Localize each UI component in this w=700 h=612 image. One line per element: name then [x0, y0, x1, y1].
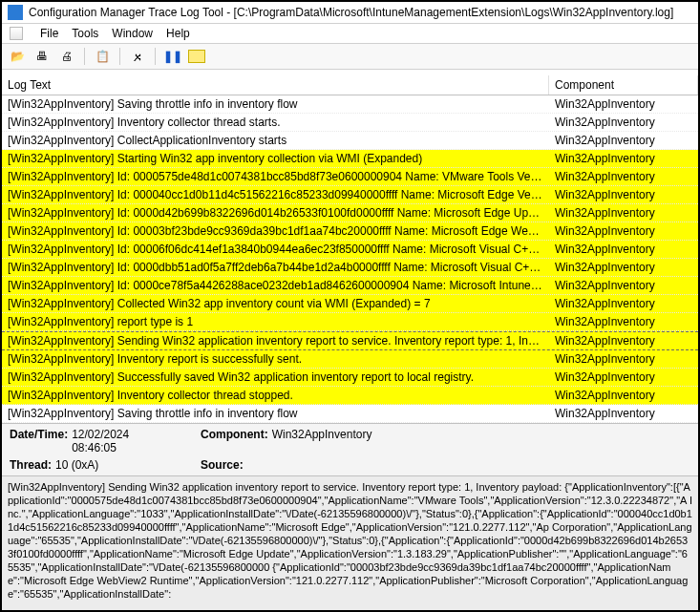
source-label: Source: [201, 458, 244, 472]
log-row[interactable]: [Win32AppInventory] Id: 0000575de48d1c00… [2, 168, 698, 186]
find-icon[interactable]: ꭗ [128, 47, 147, 66]
print-icon[interactable]: 🖶 [32, 47, 52, 66]
log-component-cell: Win32AppInventory [549, 204, 698, 222]
datetime-value: 12/02/2024 08:46:05 [72, 428, 172, 454]
log-text-cell: [Win32AppInventory] Id: 0000ce78f5a44262… [2, 277, 549, 294]
pause-icon[interactable]: ❚❚ [163, 47, 182, 66]
log-component-cell: Win32AppInventory [549, 259, 698, 276]
printer2-icon[interactable]: 🖨 [57, 47, 76, 66]
log-component-cell: Win32AppInventory [549, 405, 698, 422]
log-text-cell: [Win32AppInventory] Inventory collector … [2, 387, 549, 404]
copy-icon[interactable]: 📋 [93, 47, 112, 66]
log-component-cell: Win32AppInventory [549, 313, 698, 330]
toolbar-sep [84, 48, 85, 65]
col-header-component[interactable]: Component [549, 75, 698, 95]
log-text-cell: [Win32AppInventory] Sending Win32 applic… [2, 332, 549, 349]
menu-window[interactable]: Window [112, 27, 153, 40]
col-header-text[interactable]: Log Text [2, 75, 549, 95]
toolbar-sep [155, 48, 156, 65]
thread-label: Thread: [10, 458, 52, 472]
log-row[interactable]: [Win32AppInventory] Id: 000040cc1d0b11d4… [2, 186, 698, 204]
datetime-label: Date/Time: [10, 428, 68, 441]
thread-value: 10 (0xA) [55, 458, 98, 472]
log-component-cell: Win32AppInventory [549, 150, 698, 167]
log-row[interactable]: [Win32AppInventory] CollectApplicationIn… [2, 132, 698, 150]
log-text-cell: [Win32AppInventory] Id: 000040cc1d0b11d4… [2, 186, 549, 203]
detail-bar: Date/Time: 12/02/2024 08:46:05 Component… [2, 424, 698, 476]
log-text-cell: [Win32AppInventory] Id: 00003bf23bde9cc9… [2, 222, 549, 240]
log-row[interactable]: [Win32AppInventory] Inventory report is … [2, 350, 698, 369]
log-component-cell: Win32AppInventory [549, 295, 698, 312]
log-component-cell: Win32AppInventory [549, 369, 698, 386]
log-component-cell: Win32AppInventory [549, 332, 698, 349]
log-text-cell: [Win32AppInventory] report type is 1 [2, 313, 549, 330]
menubar: File Tools Window Help [2, 24, 698, 44]
log-component-cell: Win32AppInventory [549, 241, 698, 258]
payload-pane[interactable]: [Win32AppInventory] Sending Win32 applic… [2, 476, 698, 610]
log-header: Log Text Component [2, 75, 698, 95]
toolbar: 📂 🖶 🖨 📋 ꭗ ❚❚ [2, 44, 698, 70]
log-row[interactable]: [Win32AppInventory] Inventory collector … [2, 387, 698, 405]
log-component-cell: Win32AppInventory [549, 95, 698, 113]
log-row[interactable]: [Win32AppInventory] Id: 00006f06dc414ef1… [2, 241, 698, 259]
menu-file[interactable]: File [40, 27, 58, 40]
log-text-cell: [Win32AppInventory] Inventory report is … [2, 350, 549, 368]
log-text-cell: [Win32AppInventory] Successfully saved W… [2, 369, 549, 386]
log-component-cell: Win32AppInventory [549, 114, 698, 131]
log-text-cell: [Win32AppInventory] Saving throttle info… [2, 405, 549, 422]
log-component-cell: Win32AppInventory [549, 277, 698, 294]
log-row[interactable]: [Win32AppInventory] Id: 00003bf23bde9cc9… [2, 222, 698, 241]
log-text-cell: [Win32AppInventory] Id: 00006f06dc414ef1… [2, 241, 549, 258]
log-row[interactable]: [Win32AppInventory] Successfully saved W… [2, 369, 698, 387]
log-row[interactable]: [Win32AppInventory] Saving throttle info… [2, 95, 698, 114]
highlight-icon[interactable] [188, 50, 205, 63]
log-text-cell: [Win32AppInventory] Id: 0000575de48d1c00… [2, 168, 549, 185]
window-title: Configuration Manager Trace Log Tool - [… [29, 6, 673, 19]
log-component-cell: Win32AppInventory [549, 222, 698, 240]
log-text-cell: [Win32AppInventory] Inventory collector … [2, 114, 549, 131]
log-body[interactable]: [Win32AppInventory] Saving throttle info… [2, 95, 698, 424]
log-row[interactable]: [Win32AppInventory] Inventory collector … [2, 114, 698, 132]
app-icon [8, 5, 23, 20]
log-component-cell: Win32AppInventory [549, 132, 698, 149]
log-text-cell: [Win32AppInventory] Starting Win32 app i… [2, 150, 549, 167]
log-text-cell: [Win32AppInventory] Saving throttle info… [2, 95, 549, 113]
log-text-cell: [Win32AppInventory] CollectApplicationIn… [2, 132, 549, 149]
log-text-cell: [Win32AppInventory] Collected Win32 app … [2, 295, 549, 312]
log-text-cell: [Win32AppInventory] Id: 0000dbb51ad0f5a7… [2, 259, 549, 276]
menu-help[interactable]: Help [166, 27, 190, 40]
log-row[interactable]: [Win32AppInventory] Sending Win32 applic… [2, 331, 698, 350]
log-row[interactable]: [Win32AppInventory] Id: 0000ce78f5a44262… [2, 277, 698, 295]
log-text-cell: [Win32AppInventory] Id: 0000d42b699b8322… [2, 204, 549, 222]
toolbar-sep [119, 48, 120, 65]
log-component-cell: Win32AppInventory [549, 186, 698, 203]
log-component-cell: Win32AppInventory [549, 387, 698, 404]
titlebar: Configuration Manager Trace Log Tool - [… [2, 2, 698, 24]
log-component-cell: Win32AppInventory [549, 350, 698, 368]
menu-tools[interactable]: Tools [72, 27, 98, 40]
log-row[interactable]: [Win32AppInventory] Id: 0000d42b699b8322… [2, 204, 698, 222]
doc-icon [10, 27, 23, 40]
log-row[interactable]: [Win32AppInventory] Starting Win32 app i… [2, 150, 698, 168]
open-icon[interactable]: 📂 [8, 47, 27, 66]
log-row[interactable]: [Win32AppInventory] report type is 1Win3… [2, 313, 698, 331]
component-label: Component: [201, 428, 268, 441]
log-row[interactable]: [Win32AppInventory] Id: 0000dbb51ad0f5a7… [2, 259, 698, 277]
log-row[interactable]: [Win32AppInventory] Saving throttle info… [2, 405, 698, 423]
log-component-cell: Win32AppInventory [549, 168, 698, 185]
log-row[interactable]: [Win32AppInventory] Collected Win32 app … [2, 295, 698, 313]
component-value: Win32AppInventory [272, 428, 372, 441]
